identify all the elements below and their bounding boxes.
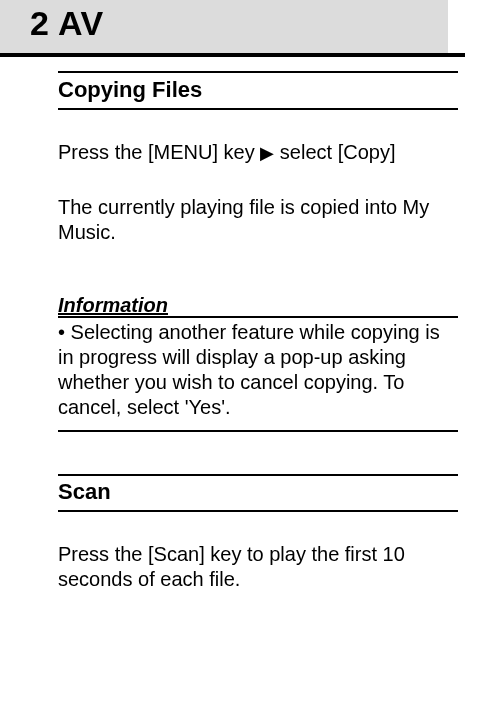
copy-instruction-prefix: Press the [MENU] key <box>58 141 260 163</box>
info-body: • Selecting another feature while copyin… <box>58 320 458 432</box>
copy-instruction: Press the [MENU] key ▶ select [Copy] <box>58 140 458 165</box>
info-heading: Information <box>58 295 168 315</box>
scan-body: Press the [Scan] key to play the first 1… <box>58 542 458 592</box>
section-heading-copying: Copying Files <box>58 71 458 110</box>
copy-instruction-suffix: select [Copy] <box>274 141 395 163</box>
chapter-rule <box>0 53 465 57</box>
play-arrow-icon: ▶ <box>260 143 274 163</box>
chapter-title: 2 AV <box>30 4 448 43</box>
section-heading-scan: Scan <box>58 474 458 512</box>
page-content: Copying Files Press the [MENU] key ▶ sel… <box>0 71 502 592</box>
chapter-banner: 2 AV <box>0 0 448 53</box>
info-heading-row: Information <box>58 275 458 318</box>
copy-description: The currently playing file is copied int… <box>58 195 458 245</box>
